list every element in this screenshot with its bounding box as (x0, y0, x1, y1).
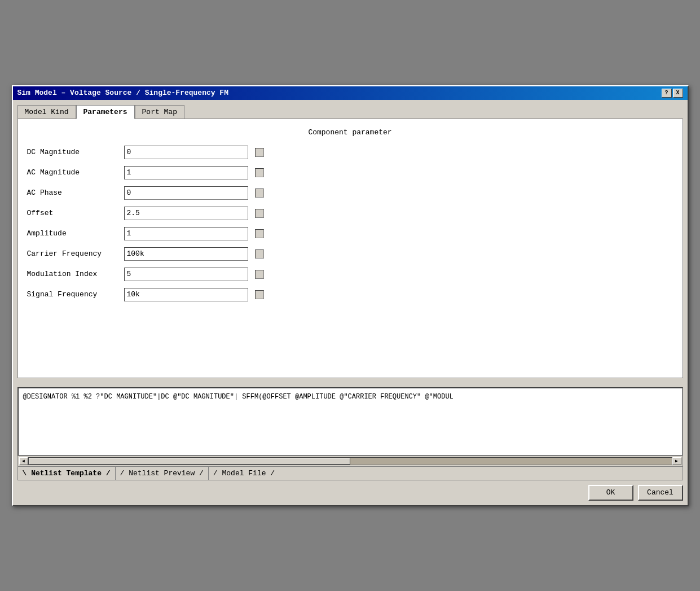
label-modulation-index: Modulation Index (27, 270, 117, 278)
bottom-tab-netlist-preview[interactable]: / Netlist Preview / (116, 467, 209, 480)
label-carrier-frequency: Carrier Frequency (27, 249, 117, 258)
cancel-button[interactable]: Cancel (638, 485, 683, 501)
bottom-tab-netlist-preview-label: Netlist Preview (129, 469, 195, 478)
input-ac-magnitude[interactable] (124, 166, 248, 180)
bottom-tab-model-file-label: Model File (222, 469, 266, 478)
param-row-offset: Offset (27, 207, 673, 220)
tab-bar: Model Kind Parameters Port Map (17, 104, 683, 119)
input-dc-magnitude[interactable] (124, 146, 248, 159)
param-row-carrier-frequency: Carrier Frequency (27, 247, 673, 261)
netlist-container: @DESIGNATOR %1 %2 ?"DC MAGNITUDE"|DC @"D… (17, 387, 683, 456)
input-signal-frequency[interactable] (124, 288, 248, 301)
input-modulation-index[interactable] (124, 268, 248, 281)
input-carrier-frequency[interactable] (124, 247, 248, 261)
checkbox-ac-magnitude[interactable] (255, 168, 264, 177)
param-row-dc-magnitude: DC Magnitude (27, 146, 673, 159)
param-row-amplitude: Amplitude (27, 227, 673, 240)
bottom-tab-netlist-template-label: Netlist Template (31, 469, 102, 478)
label-offset: Offset (27, 209, 117, 217)
bottom-area: @DESIGNATOR %1 %2 ?"DC MAGNITUDE"|DC @"D… (13, 387, 688, 505)
param-row-ac-phase: AC Phase (27, 186, 673, 200)
ok-button[interactable]: OK (588, 485, 633, 501)
tab-parameters[interactable]: Parameters (76, 105, 135, 119)
bottom-tab-netlist-template[interactable]: \ Netlist Template / (18, 467, 116, 480)
checkbox-amplitude[interactable] (255, 229, 264, 238)
input-ac-phase[interactable] (124, 186, 248, 200)
parameters-panel: Component parameter DC Magnitude AC Magn… (17, 119, 683, 378)
help-button[interactable]: ? (662, 89, 672, 98)
bottom-tab-backslash2: / (120, 469, 125, 478)
param-row-ac-magnitude: AC Magnitude (27, 166, 673, 180)
label-ac-phase: AC Phase (27, 189, 117, 197)
checkbox-offset[interactable] (255, 209, 264, 218)
component-param-header: Component parameter (27, 128, 673, 137)
tab-model-kind[interactable]: Model Kind (17, 105, 76, 119)
main-content: Model Kind Parameters Port Map Component… (13, 100, 688, 383)
label-amplitude: Amplitude (27, 229, 117, 238)
close-button[interactable]: X (673, 89, 683, 98)
bottom-tab-backslash3: / (213, 469, 218, 478)
scroll-right-button[interactable]: ▶ (672, 457, 681, 465)
netlist-text-area[interactable]: @DESIGNATOR %1 %2 ?"DC MAGNITUDE"|DC @"D… (18, 388, 683, 456)
bottom-tab-forwardslash2: / (199, 469, 204, 478)
input-amplitude[interactable] (124, 227, 248, 240)
bottom-tab-model-file[interactable]: / Model File / (209, 467, 279, 480)
title-bar-buttons: ? X (662, 89, 683, 98)
scroll-left-button[interactable]: ◀ (19, 457, 28, 465)
checkbox-ac-phase[interactable] (255, 189, 264, 198)
bottom-tab-bar: \ Netlist Template / / Netlist Preview /… (17, 467, 683, 480)
window-title: Sim Model – Voltage Source / Single-Freq… (17, 89, 228, 97)
scroll-thumb[interactable] (29, 458, 350, 465)
label-signal-frequency: Signal Frequency (27, 290, 117, 299)
param-row-signal-frequency: Signal Frequency (27, 288, 673, 301)
scroll-track[interactable] (28, 457, 672, 465)
bottom-tab-forwardslash3: / (270, 469, 275, 478)
checkbox-dc-magnitude[interactable] (255, 148, 264, 157)
input-offset[interactable] (124, 207, 248, 220)
checkbox-modulation-index[interactable] (255, 270, 264, 279)
label-dc-magnitude: DC Magnitude (27, 148, 117, 156)
tab-port-map[interactable]: Port Map (135, 105, 184, 119)
bottom-tab-backslash: \ (23, 469, 27, 478)
title-bar: Sim Model – Voltage Source / Single-Freq… (13, 86, 688, 100)
label-ac-magnitude: AC Magnitude (27, 168, 117, 177)
bottom-tab-forwardslash: / (106, 469, 111, 478)
scrollbar-area: ◀ ▶ (17, 456, 683, 467)
param-row-modulation-index: Modulation Index (27, 268, 673, 281)
checkbox-signal-frequency[interactable] (255, 290, 264, 299)
dialog-buttons: OK Cancel (13, 480, 688, 505)
main-window: Sim Model – Voltage Source / Single-Freq… (12, 85, 689, 506)
checkbox-carrier-frequency[interactable] (255, 249, 264, 259)
